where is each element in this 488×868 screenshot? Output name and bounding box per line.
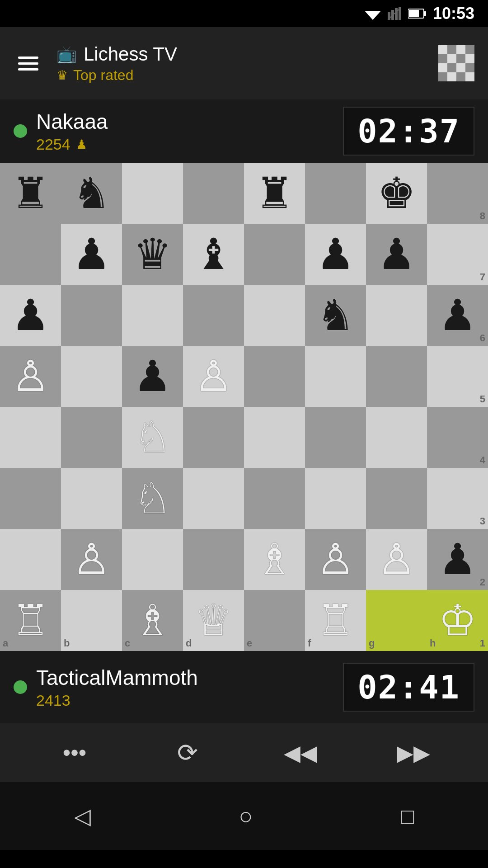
- hamburger-line-3: [18, 68, 38, 71]
- chess-cell-f5[interactable]: [305, 346, 366, 407]
- chess-cell-e2[interactable]: ♗: [244, 529, 305, 590]
- chess-cell-a2[interactable]: [0, 529, 61, 590]
- chess-piece: ♙: [11, 355, 50, 398]
- file-label-b: b: [64, 637, 70, 649]
- chess-cell-f1[interactable]: ♖f: [305, 590, 366, 651]
- chess-board-container[interactable]: ♜♞♜♚8♟♛♝♟♟7♟♞♟6♙♟♙5♘4♘3♙♗♙♙♟2♖ab♗c♕de♖fg…: [0, 163, 488, 651]
- chess-cell-e8[interactable]: ♜: [244, 163, 305, 224]
- chess-cell-a6[interactable]: ♟: [0, 285, 61, 346]
- forward-button[interactable]: ▶▶: [391, 730, 436, 775]
- chess-cell-c8[interactable]: [122, 163, 183, 224]
- recent-button[interactable]: □: [401, 804, 414, 829]
- chess-cell-c1[interactable]: ♗c: [122, 590, 183, 651]
- file-label-h: h: [430, 637, 436, 649]
- hamburger-button[interactable]: [14, 52, 43, 75]
- chess-cell-d2[interactable]: [183, 529, 244, 590]
- chess-cell-d3[interactable]: [183, 468, 244, 529]
- chess-cell-a8[interactable]: ♜: [0, 163, 61, 224]
- app-subtitle: ♛ Top rated: [56, 67, 438, 84]
- chess-cell-g1[interactable]: g: [366, 590, 427, 651]
- chess-piece: ♗: [133, 599, 172, 642]
- chess-cell-e1[interactable]: e: [244, 590, 305, 651]
- back-button[interactable]: ◁: [74, 803, 91, 829]
- app-title-text: Lichess TV: [84, 43, 177, 65]
- player-top-clock: 02:37: [343, 107, 474, 156]
- rewind-button[interactable]: ◀◀: [278, 730, 323, 775]
- chess-cell-e6[interactable]: [244, 285, 305, 346]
- chess-piece: ♙: [316, 538, 355, 581]
- chess-cell-b3[interactable]: [61, 468, 122, 529]
- chess-cell-d5[interactable]: ♙: [183, 346, 244, 407]
- chess-cell-d4[interactable]: [183, 407, 244, 468]
- chess-cell-b1[interactable]: b: [61, 590, 122, 651]
- file-label-a: a: [3, 637, 8, 649]
- chess-cell-h3[interactable]: 3: [427, 468, 488, 529]
- chess-cell-h8[interactable]: 8: [427, 163, 488, 224]
- player-top-name: Nakaaa: [36, 109, 343, 134]
- chess-piece: ♝: [194, 233, 233, 276]
- chess-cell-g3[interactable]: [366, 468, 427, 529]
- rank-label-4: 4: [480, 454, 485, 466]
- chess-cell-f7[interactable]: ♟: [305, 224, 366, 285]
- chess-cell-c6[interactable]: [122, 285, 183, 346]
- chess-piece: ♚: [377, 172, 416, 215]
- chess-cell-f6[interactable]: ♞: [305, 285, 366, 346]
- signal-icon: [388, 7, 401, 20]
- back-icon: ◁: [74, 804, 91, 828]
- chess-cell-g6[interactable]: [366, 285, 427, 346]
- chess-cell-e5[interactable]: [244, 346, 305, 407]
- chess-cell-g2[interactable]: ♙: [366, 529, 427, 590]
- chess-board[interactable]: ♜♞♜♚8♟♛♝♟♟7♟♞♟6♙♟♙5♘4♘3♙♗♙♙♟2♖ab♗c♕de♖fg…: [0, 163, 488, 651]
- chess-cell-d8[interactable]: [183, 163, 244, 224]
- chess-cell-f3[interactable]: [305, 468, 366, 529]
- status-icons: 10:53: [365, 4, 474, 23]
- hamburger-line-1: [18, 57, 38, 59]
- chess-cell-h6[interactable]: ♟6: [427, 285, 488, 346]
- rank-label-3: 3: [480, 515, 485, 527]
- chess-cell-a7[interactable]: [0, 224, 61, 285]
- player-bottom-rating-value: 2413: [36, 692, 70, 709]
- chess-cell-h5[interactable]: 5: [427, 346, 488, 407]
- chess-cell-e4[interactable]: [244, 407, 305, 468]
- chess-cell-h1[interactable]: ♔1h: [427, 590, 488, 651]
- chess-piece: ♟: [377, 233, 416, 276]
- chess-cell-d7[interactable]: ♝: [183, 224, 244, 285]
- chess-cell-d1[interactable]: ♕d: [183, 590, 244, 651]
- chess-cell-g5[interactable]: [366, 346, 427, 407]
- chess-cell-b7[interactable]: ♟: [61, 224, 122, 285]
- chess-cell-a3[interactable]: [0, 468, 61, 529]
- player-top: Nakaaa 2254 ♟ 02:37: [0, 99, 488, 163]
- refresh-button[interactable]: ⟳: [165, 730, 210, 775]
- more-button[interactable]: •••: [52, 730, 97, 775]
- hamburger-line-2: [18, 62, 38, 65]
- status-time: 10:53: [433, 4, 474, 23]
- chess-cell-c5[interactable]: ♟: [122, 346, 183, 407]
- chess-cell-g8[interactable]: ♚: [366, 163, 427, 224]
- chess-cell-f2[interactable]: ♙: [305, 529, 366, 590]
- chess-cell-f8[interactable]: [305, 163, 366, 224]
- chess-cell-c3[interactable]: ♘: [122, 468, 183, 529]
- chess-cell-c2[interactable]: [122, 529, 183, 590]
- chess-cell-h4[interactable]: 4: [427, 407, 488, 468]
- chess-cell-b2[interactable]: ♙: [61, 529, 122, 590]
- chess-cell-b6[interactable]: [61, 285, 122, 346]
- home-button[interactable]: ○: [239, 802, 253, 830]
- chess-cell-b4[interactable]: [61, 407, 122, 468]
- chess-cell-a4[interactable]: [0, 407, 61, 468]
- chess-cell-c7[interactable]: ♛: [122, 224, 183, 285]
- chess-cell-e7[interactable]: [244, 224, 305, 285]
- chess-cell-h7[interactable]: 7: [427, 224, 488, 285]
- chess-cell-c4[interactable]: ♘: [122, 407, 183, 468]
- chess-cell-a5[interactable]: ♙: [0, 346, 61, 407]
- chess-cell-a1[interactable]: ♖a: [0, 590, 61, 651]
- chess-cell-b5[interactable]: [61, 346, 122, 407]
- refresh-icon: ⟳: [177, 738, 198, 767]
- chess-cell-g7[interactable]: ♟: [366, 224, 427, 285]
- player-top-info: Nakaaa 2254 ♟: [36, 109, 343, 153]
- chess-cell-g4[interactable]: [366, 407, 427, 468]
- chess-cell-h2[interactable]: ♟2: [427, 529, 488, 590]
- chess-cell-d6[interactable]: [183, 285, 244, 346]
- chess-cell-b8[interactable]: ♞: [61, 163, 122, 224]
- chess-cell-e3[interactable]: [244, 468, 305, 529]
- chess-cell-f4[interactable]: [305, 407, 366, 468]
